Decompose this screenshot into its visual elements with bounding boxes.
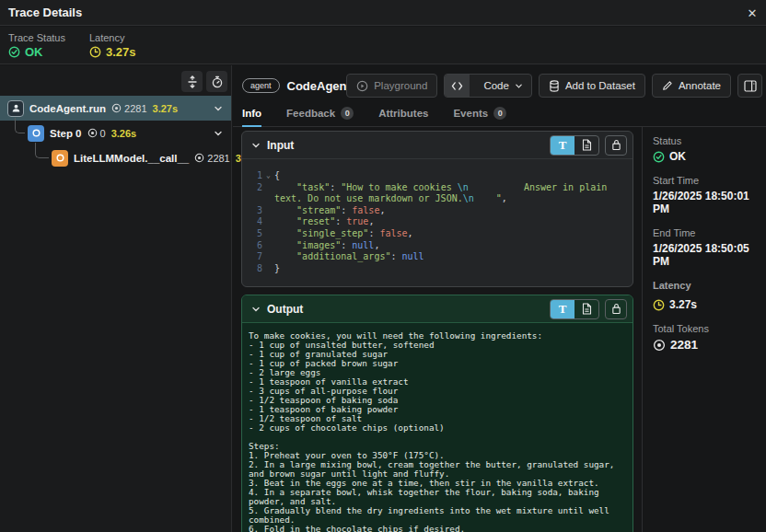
database-icon: [549, 80, 560, 92]
total-tokens-value: 2281: [653, 338, 766, 352]
span-header: agent CodeAgent.run Playground Code Ad: [233, 71, 766, 100]
tree-toolbar: [181, 71, 227, 92]
output-text: To make cookies, you will need the follo…: [249, 331, 626, 532]
add-to-dataset-button[interactable]: Add to Dataset: [539, 74, 645, 98]
total-tokens-group: Total Tokens 2281: [653, 323, 766, 352]
page-title: Trace Details: [0, 6, 82, 19]
end-time-value: 1/26/2025 18:50:05 PM: [653, 242, 766, 268]
status-group: Status OK: [653, 135, 766, 163]
end-time-group: End Time 1/26/2025 18:50:05 PM: [653, 227, 766, 268]
llm-span-icon: [52, 150, 68, 167]
expand-collapse-all-button[interactable]: [181, 71, 203, 92]
output-panel-title: Output: [267, 303, 303, 316]
step-span-icon: [28, 125, 44, 142]
code-icon: [445, 75, 470, 97]
collapse-chevron-icon[interactable]: [251, 141, 261, 150]
tab-info[interactable]: Info: [242, 100, 261, 126]
start-time-group: Start Time 1/26/2025 18:50:01 PM: [653, 175, 766, 215]
collapse-chevron-icon[interactable]: [251, 305, 261, 314]
input-panel-header: Input T: [242, 132, 633, 159]
chevron-down-icon: [515, 82, 523, 90]
check-circle-icon: [653, 151, 665, 163]
text-mode-button[interactable]: T: [551, 300, 574, 318]
chevron-down-icon[interactable]: [214, 104, 223, 113]
span-tabs: Info Feedback 0 Attributes Events 0: [233, 100, 766, 127]
trace-status-label: Trace Status: [8, 32, 65, 43]
toggle-side-panel-button[interactable]: [737, 74, 762, 98]
tree-connector: [35, 143, 49, 158]
start-time-value: 1/26/2025 18:50:01 PM: [653, 190, 766, 215]
tab-events[interactable]: Events 0: [453, 100, 506, 126]
panel-right-icon: [744, 80, 757, 92]
trace-summary: Trace Status OK Latency 3.27s: [0, 27, 766, 64]
trace-status-group: Trace Status OK: [8, 32, 65, 64]
annotate-button[interactable]: Annotate: [652, 74, 731, 98]
status-badge: OK: [653, 150, 766, 163]
code-button[interactable]: Code: [444, 74, 532, 98]
tab-attributes[interactable]: Attributes: [378, 100, 428, 126]
view-mode-toggle: T: [550, 135, 599, 156]
tab-feedback[interactable]: Feedback 0: [286, 100, 354, 126]
json-mode-button[interactable]: [574, 136, 598, 155]
clock-icon: [653, 299, 665, 311]
span-name: Step 0: [50, 128, 82, 139]
playground-button[interactable]: Playground: [346, 74, 437, 98]
clock-icon: [89, 46, 101, 58]
json-mode-button[interactable]: [574, 300, 598, 318]
lock-icon[interactable]: [605, 299, 627, 319]
latency-value: Latency 3.27s: [653, 280, 766, 311]
token-icon: [653, 339, 666, 352]
input-code: 1⌄{2 "task": "How to make cookies \n Ans…: [242, 159, 633, 274]
stopwatch-icon[interactable]: [206, 71, 227, 92]
trace-latency-group: Latency 3.27s: [89, 32, 136, 64]
output-panel-header: Output T: [242, 295, 633, 323]
span-name: LiteLLMModel.__call__: [74, 153, 189, 164]
latency-group: Latency 3.27s: [653, 280, 766, 311]
pencil-icon: [662, 80, 673, 91]
span-token-count: 2281: [194, 153, 229, 164]
span-name: CodeAgent.run: [29, 103, 106, 114]
text-mode-button[interactable]: T: [551, 136, 574, 155]
tree-row-codeagent-run[interactable]: CodeAgent.run 2281 3.27s: [0, 96, 231, 121]
lock-icon[interactable]: [605, 135, 627, 156]
feedback-count-badge: 0: [341, 107, 354, 120]
span-latency: 3.26s: [111, 128, 137, 139]
token-icon: [194, 153, 204, 163]
agent-span-icon: [7, 100, 24, 117]
span-token-count: 2281: [111, 103, 146, 114]
events-count-badge: 0: [493, 107, 506, 120]
check-circle-icon: [8, 46, 20, 58]
view-mode-toggle: T: [550, 299, 599, 319]
play-circle-icon: [356, 80, 368, 92]
span-kind-badge: agent: [242, 78, 280, 93]
token-icon: [111, 103, 122, 113]
output-panel: Output T To make cookies, you will need …: [241, 295, 633, 532]
chevron-down-icon[interactable]: [214, 129, 223, 138]
tree-connector: [15, 118, 25, 133]
span-token-count: 0: [87, 128, 106, 139]
token-icon: [87, 128, 98, 138]
trace-latency-value: 3.27s: [89, 45, 136, 59]
trace-latency-label: Latency: [89, 32, 136, 43]
span-tree-panel: CodeAgent.run 2281 3.27s Step 0 0 3.26s: [0, 65, 232, 532]
input-panel-title: Input: [267, 139, 294, 152]
input-panel: Input T 1⌄{2 "task": "How to make cookie…: [241, 131, 633, 287]
span-latency: 3.27s: [153, 103, 179, 114]
trace-details-header: Trace Details ✕: [0, 0, 766, 26]
tree-row-step-0[interactable]: Step 0 0 3.26s: [0, 121, 231, 145]
span-details-sidebar: Status OK Start Time 1/26/2025 18:50:01 …: [642, 127, 766, 532]
trace-status-value: OK: [8, 45, 65, 59]
close-icon[interactable]: ✕: [743, 4, 761, 22]
span-actions: Playground Code Add to Dataset Annotat: [346, 74, 762, 98]
span-tree: CodeAgent.run 2281 3.27s Step 0 0 3.26s: [0, 96, 231, 170]
